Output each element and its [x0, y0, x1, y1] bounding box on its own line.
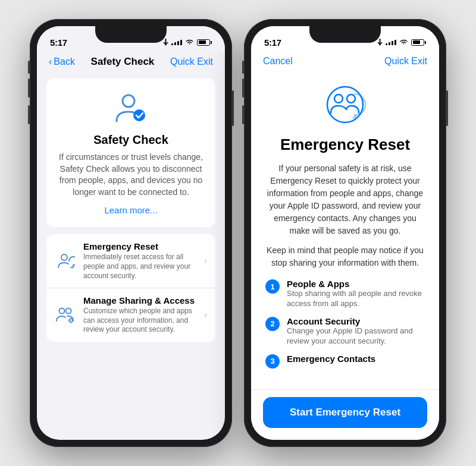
step-text-2: Account Security Change your Apple ID pa…: [287, 316, 425, 347]
location-icon-1: [163, 39, 168, 46]
status-time-1: 5:17: [50, 37, 67, 48]
step-title-1: People & Apps: [287, 279, 425, 289]
chevron-right-icon-er: ›: [204, 256, 207, 266]
emergency-reset-text: Emergency Reset Immediately reset access…: [83, 241, 201, 281]
step-text-3: Emergency Contacts: [287, 354, 375, 364]
manage-sharing-item[interactable]: Manage Sharing & Access Customize which …: [46, 288, 215, 342]
phone-2-screen: 5:17: [251, 26, 439, 440]
er-step-2: 2 Account Security Change your Apple ID …: [265, 316, 425, 347]
wifi-icon-1: [185, 39, 194, 46]
svg-point-2: [61, 254, 67, 260]
svg-point-0: [123, 95, 134, 107]
svg-point-4: [66, 308, 71, 314]
step-desc-1: Stop sharing with all people and revoke …: [287, 289, 425, 309]
cancel-button[interactable]: Cancel: [263, 56, 293, 67]
hero-card-1: Safety Check If circumstances or trust l…: [46, 78, 215, 227]
er-page-title: Emergency Reset: [280, 136, 410, 154]
svg-point-6: [70, 320, 71, 321]
step-number-3: 3: [265, 354, 280, 369]
status-time-2: 5:17: [264, 37, 281, 48]
manage-sharing-title: Manage Sharing & Access: [83, 295, 201, 306]
hero-title-1: Safety Check: [93, 133, 168, 147]
phone-1-screen: 5:17: [37, 26, 225, 440]
start-emergency-reset-button[interactable]: Start Emergency Reset: [263, 397, 427, 428]
step-number-2: 2: [265, 317, 280, 331]
signal-bars-2: [386, 40, 396, 45]
content-1: Safety Check If circumstances or trust l…: [37, 73, 225, 440]
battery-1: [197, 39, 212, 46]
svg-point-1: [133, 109, 145, 121]
emergency-reset-hero-icon: [324, 83, 367, 126]
manage-sharing-icon: [55, 304, 76, 326]
hero-description-1: If circumstances or trust levels change,…: [56, 152, 206, 198]
step-title-2: Account Security: [287, 316, 425, 326]
location-icon-2: [377, 39, 383, 46]
safety-check-icon: [113, 90, 149, 126]
learn-more-link-1[interactable]: Learn more...: [104, 205, 157, 215]
chevron-right-icon-ms: ›: [204, 310, 207, 320]
svg-point-3: [60, 308, 65, 314]
er-notice: Keep in mind that people may notice if y…: [265, 244, 425, 269]
menu-card-1: Emergency Reset Immediately reset access…: [46, 234, 215, 342]
manage-sharing-desc: Customize which people and apps can acce…: [83, 307, 201, 335]
step-number-1: 1: [265, 279, 280, 294]
er-step-3: 3 Emergency Contacts: [265, 354, 425, 369]
er-footer: Start Emergency Reset: [251, 389, 439, 440]
manage-sharing-text: Manage Sharing & Access Customize which …: [83, 295, 201, 335]
battery-2: [411, 39, 426, 46]
svg-point-11: [327, 87, 363, 122]
emergency-reset-icon: [55, 250, 76, 272]
quick-exit-button-1[interactable]: Quick Exit: [170, 56, 213, 67]
notch-1: [95, 26, 167, 43]
emergency-reset-title: Emergency Reset: [83, 241, 201, 251]
nav-title-1: Safety Check: [91, 56, 155, 68]
nav-bar-1: ‹ Back Safety Check Quick Exit: [37, 52, 225, 73]
er-nav-bar: Cancel Quick Exit: [251, 52, 439, 71]
step-desc-2: Change your Apple ID password and review…: [287, 326, 425, 347]
step-text-1: People & Apps Stop sharing with all peop…: [287, 279, 425, 309]
phone-2: 5:17: [244, 19, 446, 447]
notch-2: [309, 26, 381, 43]
signal-bars-1: [171, 40, 182, 45]
step-title-3: Emergency Contacts: [287, 354, 375, 364]
emergency-reset-desc: Immediately reset access for all people …: [83, 253, 201, 281]
phone-1: 5:17: [30, 19, 232, 447]
er-step-1: 1 People & Apps Stop sharing with all pe…: [265, 279, 425, 309]
er-content: Emergency Reset If your personal safety …: [251, 71, 439, 389]
svg-point-13: [347, 95, 355, 103]
emergency-reset-item[interactable]: Emergency Reset Immediately reset access…: [46, 234, 215, 288]
back-button-1[interactable]: ‹ Back: [49, 56, 75, 67]
er-description: If your personal safety is at risk, use …: [265, 162, 425, 237]
svg-point-12: [334, 95, 343, 103]
quick-exit-button-2[interactable]: Quick Exit: [384, 56, 427, 67]
wifi-icon-2: [399, 39, 408, 46]
er-steps: 1 People & Apps Stop sharing with all pe…: [265, 279, 425, 369]
status-icons-1: [163, 39, 212, 46]
chevron-left-icon-1: ‹: [49, 56, 52, 67]
status-icons-2: [377, 39, 426, 46]
